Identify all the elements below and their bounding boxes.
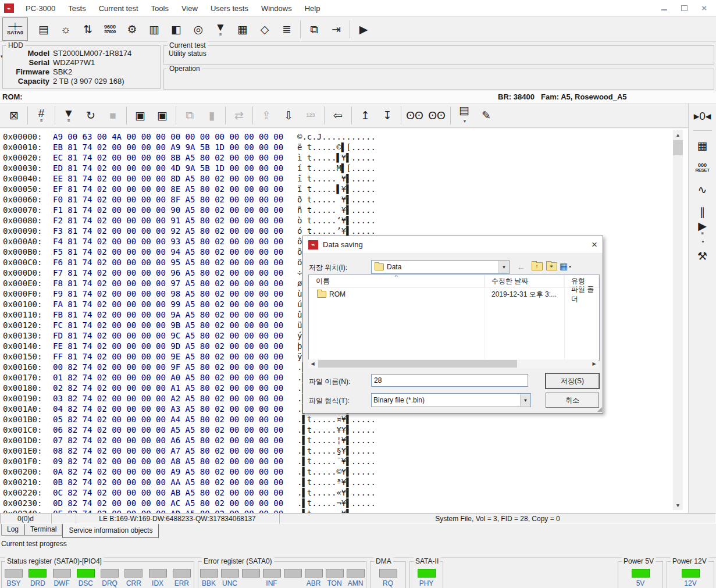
drive-power-icon[interactable]: ▸0◂: [692, 107, 714, 124]
hex-ascii[interactable]: .▌t.....§¥▌.....: [297, 446, 376, 456]
hex-ascii[interactable]: ï t.....▌¥▌.....: [297, 184, 376, 194]
refresh-icon[interactable]: ↻: [80, 106, 102, 126]
menu-item-current-test[interactable]: Current test: [92, 4, 145, 13]
exit-icon[interactable]: ⇥: [325, 19, 347, 39]
hex-ascii[interactable]: .▌t.....ª¥▌.....: [297, 477, 376, 487]
up-folder-icon[interactable]: ↑: [530, 261, 543, 272]
hex-bytes[interactable]: F9 81 74 02 00 00 00 00 98 A5 80 02 00 0…: [53, 288, 288, 299]
hex-bytes[interactable]: 09 82 74 02 00 00 00 00 A8 A5 80 02 00 0…: [53, 456, 288, 466]
filter-icon[interactable]: ▼≡: [209, 19, 231, 39]
sata0-port-button[interactable]: ─┼─ SATA0: [2, 17, 28, 41]
hex-bytes[interactable]: EF 81 74 02 00 00 00 00 8E A5 80 02 00 0…: [53, 184, 288, 194]
baud-rate-icon[interactable]: 960057600: [99, 19, 121, 39]
hex-bytes[interactable]: F0 81 74 02 00 00 00 00 8F A5 80 02 00 0…: [53, 194, 288, 205]
script-info-icon-dropdown[interactable]: ▾: [464, 116, 466, 127]
hscrollbar-thumb[interactable]: [318, 360, 517, 368]
back-icon[interactable]: ←: [515, 261, 528, 272]
hex-bytes[interactable]: EC 81 74 02 00 00 00 00 8B A5 80 02 00 0…: [53, 152, 288, 163]
hex-ascii[interactable]: ©.c.J...........: [297, 131, 376, 142]
pause-icon[interactable]: ∥: [692, 203, 714, 220]
new-folder-icon[interactable]: ✶: [545, 261, 558, 272]
hex-bytes[interactable]: F1 81 74 02 00 00 00 00 90 A5 80 02 00 0…: [53, 205, 288, 215]
hex-bytes[interactable]: F4 81 74 02 00 00 00 00 93 A5 80 02 00 0…: [53, 236, 288, 247]
hex-ascii[interactable]: .▌t.....¨¥▌.....: [297, 456, 376, 466]
hex-bytes[interactable]: 08 82 74 02 00 00 00 00 A7 A5 80 02 00 0…: [53, 446, 288, 456]
terminal-start-icon[interactable]: ▶≡▾: [692, 225, 714, 243]
next-object-icon[interactable]: ↧: [376, 106, 398, 126]
hex-bytes[interactable]: EB 81 74 02 00 00 00 00 A9 9A 5B 1D 00 0…: [53, 142, 288, 152]
hex-bytes[interactable]: FF 81 74 02 00 00 00 00 9E A5 80 02 00 0…: [53, 351, 288, 362]
view-menu-icon[interactable]: ▦▾: [559, 261, 572, 272]
hex-bytes[interactable]: 07 82 74 02 00 00 00 00 A6 A5 80 02 00 0…: [53, 435, 288, 446]
tools-icon[interactable]: ⚒: [692, 247, 714, 265]
find-next-icon[interactable]: ʘʘ: [426, 106, 448, 126]
hex-bytes[interactable]: FB 81 74 02 00 00 00 00 9A A5 80 02 00 0…: [53, 309, 288, 320]
reset-counter-icon[interactable]: 000RESET: [692, 159, 714, 176]
save-to-file-icon[interactable]: ▣: [129, 106, 151, 126]
scrollbar-thumb[interactable]: [673, 140, 683, 155]
file-name-cell[interactable]: ROM: [309, 288, 485, 301]
chip-icon[interactable]: ▥: [143, 19, 165, 39]
resize-grip[interactable]: ◢: [597, 406, 602, 412]
offset-menu-icon[interactable]: ▼≡: [58, 106, 80, 126]
hex-bytes[interactable]: FA 81 74 02 00 00 00 00 99 A5 80 02 00 0…: [53, 299, 288, 309]
prev-object-icon[interactable]: ↥: [354, 106, 376, 126]
hex-ascii[interactable]: ò t.....‘¥▌.....: [297, 215, 376, 226]
menu-item-view[interactable]: View: [175, 4, 204, 13]
tab-service-information-objects[interactable]: Service information objects: [62, 524, 159, 538]
horizontal-scrollbar[interactable]: ◀ ▶: [308, 359, 599, 368]
save-location-combobox[interactable]: Data ▼: [371, 260, 510, 274]
file-type-dropdown-icon[interactable]: ▼: [520, 394, 530, 406]
tab-terminal[interactable]: Terminal: [24, 524, 62, 536]
vertical-scrollbar[interactable]: ▲ ▼: [673, 130, 683, 510]
scroll-down-icon[interactable]: ▼: [673, 500, 683, 510]
combobox-dropdown-icon[interactable]: ▼: [498, 261, 509, 273]
hex-bytes[interactable]: 01 82 74 02 00 00 00 00 A0 A5 80 02 00 0…: [53, 372, 288, 383]
hex-ascii[interactable]: ð t..... ¥▌.....: [297, 194, 376, 205]
hex-ascii[interactable]: í t.....M▌[.....: [297, 163, 376, 173]
save-object-icon[interactable]: ▣: [151, 106, 173, 126]
hex-ascii[interactable]: .▌t.....¦¥▌.....: [297, 435, 376, 446]
hex-bytes[interactable]: ED 81 74 02 00 00 00 00 4D 9A 5B 1D 00 0…: [53, 163, 288, 173]
hex-bytes[interactable]: 04 82 74 02 00 00 00 00 A3 A5 80 02 00 0…: [53, 404, 288, 414]
hex-bytes[interactable]: FD 81 74 02 00 00 00 00 9C A5 80 02 00 0…: [53, 330, 288, 341]
hex-bytes[interactable]: F3 81 74 02 00 00 00 00 92 A5 80 02 00 0…: [53, 226, 288, 236]
list-icon[interactable]: ≣: [276, 19, 298, 39]
save-button[interactable]: 저장(S): [546, 373, 599, 389]
run-icon[interactable]: ▶: [352, 19, 375, 39]
file-list-column-header[interactable]: 유형: [564, 275, 599, 287]
goto-offset-icon[interactable]: #≡: [30, 106, 52, 126]
close-object-icon[interactable]: ⊠: [3, 106, 25, 126]
hex-bytes[interactable]: 0B 82 74 02 00 00 00 00 AA A5 80 02 00 0…: [53, 477, 288, 487]
grid-icon[interactable]: ▦: [231, 19, 254, 39]
scroll-right-icon[interactable]: ▶: [590, 361, 599, 366]
dialog-close-icon[interactable]: ×: [592, 240, 597, 250]
file-type-combobox[interactable]: Binary file (*.bin) ▼: [371, 393, 531, 407]
database-icon[interactable]: ◎: [187, 19, 209, 39]
menu-item-users-tests[interactable]: Users tests: [204, 4, 255, 13]
scroll-up-icon[interactable]: ▲: [673, 130, 683, 140]
pcb-test-icon[interactable]: ▦: [692, 137, 714, 154]
hex-ascii[interactable]: ì t.....▌¥▌.....: [297, 152, 376, 163]
menu-item-tools[interactable]: Tools: [145, 4, 175, 13]
dialog-title-bar[interactable]: ⌁ Data saving ×: [303, 236, 603, 254]
hex-bytes[interactable]: 0D 82 74 02 00 00 00 00 AC A5 80 02 00 0…: [53, 498, 288, 508]
export-icon[interactable]: ⇦: [327, 106, 349, 126]
hex-ascii[interactable]: .▌t.....-¥▌.....: [297, 508, 376, 513]
file-list-row[interactable]: ROM2019-12-31 오후 3:...파일 폴더: [309, 288, 599, 301]
menu-item-windows[interactable]: Windows: [255, 4, 298, 13]
hex-bytes[interactable]: 0C 82 74 02 00 00 00 00 AB A5 80 02 00 0…: [53, 487, 288, 498]
hex-bytes[interactable]: 0A 82 74 02 00 00 00 00 A9 A5 80 02 00 0…: [53, 466, 288, 477]
hex-ascii[interactable]: .▌t.....©¥▌.....: [297, 466, 376, 477]
hex-bytes[interactable]: EE 81 74 02 00 00 00 00 8D A5 80 02 00 0…: [53, 173, 288, 184]
windows-icon[interactable]: ⧉: [303, 19, 325, 39]
hex-ascii[interactable]: ñ t..... ¥▌.....: [297, 205, 376, 215]
menu-item-pc-3000[interactable]: PC-3000: [19, 4, 62, 13]
hex-bytes[interactable]: FC 81 74 02 00 00 00 00 9B A5 80 02 00 0…: [53, 320, 288, 330]
hex-bytes[interactable]: 06 82 74 02 00 00 00 00 A5 A5 80 02 00 0…: [53, 425, 288, 435]
hex-ascii[interactable]: .▌t.....¥¥▌.....: [297, 425, 376, 435]
view-menu-icon-dropdown[interactable]: ▾: [569, 264, 571, 269]
hex-bytes[interactable]: 02 82 74 02 00 00 00 00 A1 A5 80 02 00 0…: [53, 383, 288, 393]
oscilloscope-icon[interactable]: ∿: [692, 181, 714, 198]
hex-bytes[interactable]: F2 81 74 02 00 00 00 00 91 A5 80 02 00 0…: [53, 215, 288, 226]
